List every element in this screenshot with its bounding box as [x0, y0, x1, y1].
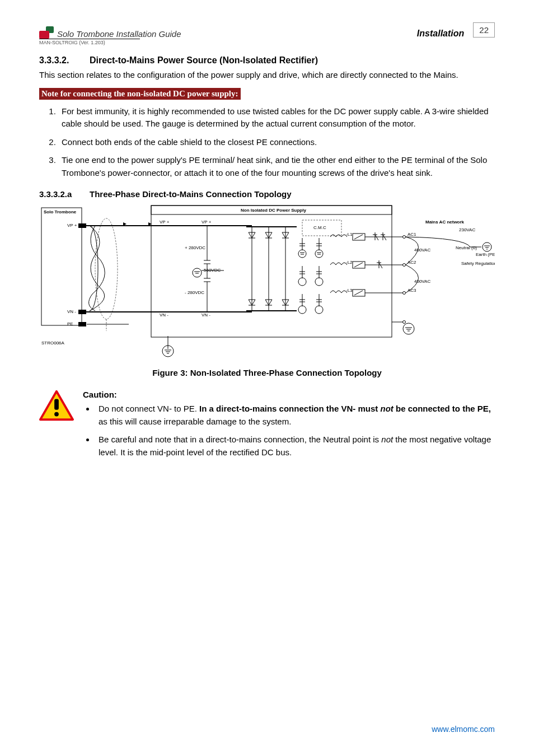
- svg-text:Solo Trombone: Solo Trombone: [44, 209, 77, 214]
- svg-text:Earth (PE): Earth (PE): [476, 252, 495, 257]
- svg-point-85: [298, 278, 306, 286]
- svg-text:VN -: VN -: [160, 312, 168, 318]
- caution-block: Caution: Do not connect VN- to PE. In a …: [39, 390, 495, 464]
- svg-point-97: [315, 306, 323, 314]
- svg-text:- 280VDC: - 280VDC: [185, 290, 204, 295]
- svg-text:400VAC: 400VAC: [414, 248, 430, 253]
- svg-point-130: [403, 323, 414, 334]
- svg-text:VN -: VN -: [67, 309, 76, 314]
- svg-text:-L1: -L1: [346, 232, 353, 237]
- page-number: 22: [473, 22, 495, 38]
- list-item: For best immunity, it is highly recommen…: [58, 105, 495, 130]
- svg-text:C.M.C: C.M.C: [313, 225, 326, 230]
- list-item: Do not connect VN- to PE. In a direct-to…: [95, 403, 495, 428]
- svg-text:AC1: AC1: [407, 232, 416, 237]
- svg-point-38: [193, 268, 202, 277]
- note-bar: Note for connecting the non-isolated DC …: [39, 88, 241, 100]
- svg-point-114: [403, 321, 406, 324]
- svg-point-93: [298, 306, 306, 314]
- warning-icon: [39, 390, 74, 421]
- svg-rect-8: [78, 310, 86, 314]
- guide-title: Solo Trombone Installation Guide: [57, 29, 181, 39]
- svg-point-136: [54, 412, 59, 417]
- svg-point-12: [95, 218, 118, 319]
- svg-text:VP +: VP +: [202, 220, 212, 225]
- topology-diagram: .t { font: 8px Arial; fill:#000; } .tb {…: [39, 204, 495, 361]
- svg-text:-L2: -L2: [346, 260, 353, 265]
- svg-text:VP +: VP +: [67, 223, 77, 228]
- svg-rect-135: [54, 399, 59, 410]
- svg-line-106: [354, 291, 363, 295]
- heading-3332a: 3.3.3.2.aThree-Phase Direct-to-Mains Con…: [39, 189, 495, 199]
- svg-text:Safety Regulations: Safety Regulations: [461, 261, 495, 266]
- logo-icon: [39, 26, 54, 39]
- svg-text:-L3: -L3: [346, 288, 353, 293]
- svg-point-124: [483, 242, 491, 251]
- list-item: Tie one end to the power supply's PE ter…: [58, 154, 495, 179]
- svg-point-89: [315, 278, 323, 286]
- svg-text:VP +: VP +: [160, 220, 170, 225]
- section-title: Installation: [417, 29, 464, 39]
- svg-rect-6: [78, 223, 86, 228]
- svg-point-79: [315, 250, 323, 258]
- svg-text:Mains AC network: Mains AC network: [425, 220, 465, 225]
- list-item: Be careful and note that in a direct-to-…: [95, 433, 495, 459]
- caution-title: Caution:: [83, 390, 495, 399]
- svg-text:STRO006A: STRO006A: [41, 340, 65, 346]
- list-item: Connect both ends of the cable shield to…: [58, 136, 495, 149]
- svg-point-108: [403, 236, 406, 239]
- svg-line-102: [354, 235, 363, 239]
- page-header: Solo Trombone Installation Guide Install…: [39, 22, 495, 39]
- heading-3332: 3.3.3.2.Direct-to-Mains Power Source (No…: [39, 55, 495, 66]
- svg-point-110: [403, 264, 406, 267]
- svg-text:PE: PE: [67, 321, 73, 326]
- svg-line-104: [354, 263, 363, 267]
- figure-caption: Figure 3: Non-Isolated Three-Phase Conne…: [39, 368, 495, 377]
- doc-version: MAN-SOLTROIG (Ver. 1.203): [39, 39, 140, 45]
- svg-point-112: [403, 292, 406, 295]
- svg-text:Neutral (0): Neutral (0): [456, 245, 477, 250]
- footer-link[interactable]: www.elmomc.com: [432, 725, 495, 734]
- svg-text:Non Isolated DC Power Supply: Non Isolated DC Power Supply: [241, 208, 306, 213]
- svg-text:+ 280VDC: + 280VDC: [185, 245, 205, 250]
- svg-point-73: [298, 250, 306, 258]
- svg-text:230VAC: 230VAC: [459, 227, 475, 232]
- svg-text:VN -: VN -: [202, 312, 210, 318]
- intro-text: This section relates to the configuratio…: [39, 69, 495, 81]
- note-list: For best immunity, it is highly recommen…: [39, 105, 495, 180]
- svg-rect-10: [78, 322, 86, 326]
